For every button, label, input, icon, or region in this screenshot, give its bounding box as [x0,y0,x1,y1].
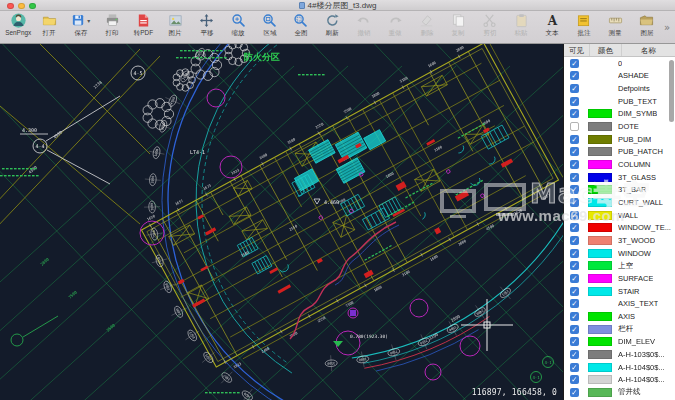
toolbar-button-senpngx[interactable]: SenPngx [3,12,33,43]
toolbar-button-layers[interactable]: 图层 [632,12,662,43]
layer-color-swatch[interactable] [588,147,612,156]
image-icon [168,12,183,29]
toolbar-button-print[interactable]: 打印 [97,12,127,43]
layer-color-swatch[interactable] [588,274,612,283]
toolbar-button-zoom-region[interactable]: 区域 [255,12,285,43]
toolbar-button-undo[interactable]: 撤销 [349,12,379,43]
layer-color-swatch[interactable] [588,337,612,346]
layer-color-swatch[interactable] [588,375,612,384]
layer-row: ✓上空 [564,260,675,273]
layer-name: A-H-104$0$... [618,375,665,384]
layer-color-swatch[interactable] [588,135,612,144]
layer-color-swatch[interactable] [588,325,612,334]
layer-visible-checkbox[interactable]: ✓ [570,312,579,321]
toolbar-label-refresh: 刷新 [326,29,339,38]
toolbar-button-image[interactable]: 图片 [160,12,190,43]
layer-visible-checkbox[interactable]: ✓ [570,71,579,80]
layer-visible-checkbox[interactable]: ✓ [570,198,579,207]
layer-visible-checkbox[interactable]: ✓ [570,173,579,182]
layer-row: ✓SURFACE [564,272,675,285]
toolbar-button-open[interactable]: 打开 [34,12,64,43]
layer-color-swatch[interactable] [588,223,612,232]
maximize-button[interactable] [29,3,36,10]
layer-visible-checkbox[interactable]: ✓ [570,388,579,397]
layer-color-swatch[interactable] [588,363,612,372]
toolbar-overflow-button[interactable]: » [662,22,672,33]
toolbar-button-cut[interactable]: 剪切 [475,12,505,43]
cad-canvas[interactable] [0,44,563,400]
layer-visible-checkbox[interactable]: ✓ [570,325,579,334]
toolbar-label-zoom: 缩放 [232,29,245,38]
layer-visible-checkbox[interactable]: ✓ [570,261,579,270]
copy-icon [451,12,466,29]
layer-panel-header-color: 颜色 [590,44,622,56]
layer-name: 3T_GLASS [618,173,656,182]
layer-row: ✓PUB_DIM [564,133,675,146]
layer-visible-checkbox[interactable] [570,122,579,131]
layer-visible-checkbox[interactable]: ✓ [570,84,579,93]
layer-visible-checkbox[interactable]: ✓ [570,287,579,296]
toolbar-button-paste[interactable]: 粘贴 [506,12,536,43]
toolbar-button-to-pdf[interactable]: 转PDF [129,12,159,43]
layer-row: ✓Defpoints [564,82,675,95]
layer-visible-checkbox[interactable]: ✓ [570,299,579,308]
layer-visible-checkbox[interactable]: ✓ [570,147,579,156]
toolbar-button-copy[interactable]: 复制 [443,12,473,43]
layer-color-swatch[interactable] [588,312,612,321]
layer-color-swatch[interactable] [588,109,612,118]
layer-color-swatch[interactable] [588,287,612,296]
layer-visible-checkbox[interactable]: ✓ [570,160,579,169]
toolbar-button-text[interactable]: A文本 [537,12,567,43]
layer-color-swatch[interactable] [588,261,612,270]
layer-visible-checkbox[interactable]: ✓ [570,223,579,232]
toolbar-button-measure[interactable]: 测量 [600,12,630,43]
layer-row: ✓WINDOW [564,247,675,260]
layer-name: 上空 [618,261,633,271]
layer-name: A-H-104$0$... [618,363,665,372]
toolbar-button-zoom-fit[interactable]: 全图 [286,12,316,43]
layer-color-swatch[interactable] [588,236,612,245]
layer-visible-checkbox[interactable]: ✓ [570,249,579,258]
layer-color-swatch[interactable] [588,350,612,359]
layer-name: PUB_DIM [618,135,651,144]
toolbar-button-redo[interactable]: 重做 [380,12,410,43]
layer-visible-checkbox[interactable]: ✓ [570,185,579,194]
scrollbar-thumb[interactable] [669,60,674,122]
layer-visible-checkbox[interactable]: ✓ [570,363,579,372]
layer-color-swatch[interactable] [588,249,612,258]
layer-visible-checkbox[interactable]: ✓ [570,109,579,118]
layer-name: CURT_WALL [618,198,663,207]
layer-visible-checkbox[interactable]: ✓ [570,236,579,245]
toolbar-button-zoom[interactable]: 缩放 [223,12,253,43]
toolbar-button-delete[interactable]: 删除 [412,12,442,43]
panel-scrollbar[interactable] [668,58,674,398]
toolbar-label-text: 文本 [546,29,559,38]
minimize-button[interactable] [18,3,25,10]
layer-color-swatch[interactable] [588,173,612,182]
layer-visible-checkbox[interactable]: ✓ [570,59,579,68]
layer-panel-header-name: 名称 [622,44,675,56]
layer-color-swatch[interactable] [588,185,612,194]
layer-color-swatch[interactable] [588,160,612,169]
layer-name: WINDOW_TE... [618,223,671,232]
layer-color-swatch[interactable] [588,388,612,397]
toolbar-button-save[interactable]: ▾保存 [66,12,96,43]
layer-visible-checkbox[interactable]: ✓ [570,375,579,384]
layer-color-swatch[interactable] [588,122,612,131]
layer-visible-checkbox[interactable]: ✓ [570,274,579,283]
layer-name: AXIS_TEXT [618,299,658,308]
layer-color-swatch[interactable] [588,211,612,220]
toolbar-button-pan[interactable]: 平移 [192,12,222,43]
layer-visible-checkbox[interactable]: ✓ [570,135,579,144]
eraser-icon [419,12,434,29]
toolbar-button-annotate[interactable]: 批注 [569,12,599,43]
toolbar-label-cut: 剪切 [483,29,496,38]
close-button[interactable] [7,3,14,10]
layer-visible-checkbox[interactable]: ✓ [570,350,579,359]
layer-visible-checkbox[interactable]: ✓ [570,211,579,220]
layer-visible-checkbox[interactable]: ✓ [570,337,579,346]
toolbar-button-refresh[interactable]: 刷新 [317,12,347,43]
app-window: 4#楼分层图_t3.dwg SenPngx打开▾保存打印转PDF图片平移缩放区域… [0,0,675,400]
layer-color-swatch[interactable] [588,198,612,207]
layer-visible-checkbox[interactable]: ✓ [570,97,579,106]
